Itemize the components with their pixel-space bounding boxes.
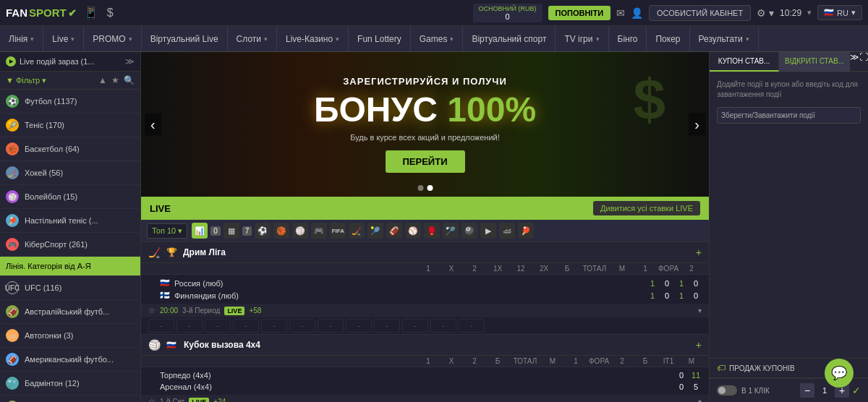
filter-star-icon[interactable]: ★ — [111, 75, 119, 85]
live-icon-more8[interactable]: 🏓 — [518, 223, 534, 239]
nav-live[interactable]: Live ▾ — [43, 26, 84, 51]
live-icon-table[interactable]: ▦ — [224, 223, 239, 239]
language-selector[interactable]: 🇷🇺 RU ▾ — [817, 5, 862, 20]
settings-icon[interactable]: ⚙ ▾ — [757, 7, 774, 19]
nav-live-arrow: ▾ — [71, 35, 75, 43]
odd-1-1x[interactable]: - — [233, 319, 259, 333]
live-icon-more3[interactable]: 🥊 — [424, 223, 440, 239]
sidebar-item-tabletennis[interactable]: 🏓 Настільний теніс (... — [0, 209, 140, 233]
live-icon-more2[interactable]: ⚾ — [405, 223, 421, 239]
top10-dropdown[interactable]: Топ 10 ▾ — [147, 223, 187, 239]
coupon-tab-bets[interactable]: КУПОН СТАВ... — [710, 52, 779, 72]
sidebar-item-category[interactable]: Лінія. Категорія від А-Я — [0, 257, 140, 276]
col-m: М — [612, 265, 632, 273]
mail-icon[interactable]: ✉ — [616, 7, 625, 19]
odd-1-b[interactable]: - — [318, 319, 344, 333]
current-time: 10:29 — [780, 8, 801, 18]
dream-star-icon[interactable]: ☆ — [148, 306, 156, 315]
coupon-fullscreen-icon[interactable]: ⛶ — [859, 52, 868, 71]
sidebar-item-football[interactable]: ⚽ Футбол (1137) — [0, 90, 140, 114]
match-cols-dream: 1 X 2 1X 12 2X Б ТОТАЛ М 1 ФОРА 2 — [141, 263, 709, 275]
odd-1-fora[interactable]: - — [430, 319, 456, 333]
logo: FANSPORT✔ — [6, 7, 77, 19]
nav-virtual-live[interactable]: Віртуальний Live — [142, 26, 228, 51]
live-icon-more4[interactable]: 🏸 — [443, 223, 459, 239]
filter-search-icon[interactable]: 🔍 — [124, 75, 135, 85]
live-icon-more5[interactable]: 🎱 — [461, 223, 477, 239]
stepper-minus-button[interactable]: − — [800, 383, 814, 398]
sidebar-item-aussie-football[interactable]: 🏈 Австралійський футб... — [0, 300, 140, 324]
sidebar-expand-icon[interactable]: ≫ — [125, 56, 135, 67]
nav-slots[interactable]: Слоти ▾ — [228, 26, 277, 51]
odd-1-2[interactable]: - — [205, 319, 231, 333]
right-panel: КУПОН СТАВ... ВІДКРИТІ СТАВ... ≫ ⛶ Додай… — [709, 52, 868, 402]
live-icon-basketball[interactable]: 🏀 — [273, 223, 289, 239]
sidebar-item-esports[interactable]: 🎮 КіберСпорт (261) — [0, 233, 140, 257]
kubок-more-bets[interactable]: +24 — [213, 398, 226, 402]
sidebar-item-american-football[interactable]: 🏈 Американський футбо... — [0, 348, 140, 372]
coupon-expand-icon[interactable]: ≫ — [850, 52, 859, 71]
filter-button[interactable]: ▼ Фільтр ▾ — [6, 76, 46, 85]
dream-league-expand[interactable]: + — [696, 247, 702, 258]
nav-virtual-sport[interactable]: Віртуальний спорт — [463, 26, 556, 51]
nav-games[interactable]: Games ▾ — [411, 26, 464, 51]
odd-1-2x[interactable]: - — [289, 319, 315, 333]
banner-dot-1[interactable] — [417, 185, 423, 191]
stepper-confirm-icon[interactable]: ✓ — [852, 385, 861, 396]
nav-tv[interactable]: TV ігри ▾ — [556, 26, 608, 51]
live-icon-football[interactable]: ⚽ — [255, 223, 271, 239]
odd-1-x[interactable]: - — [176, 319, 203, 333]
odd-1-1[interactable]: - — [148, 319, 174, 333]
kubок-star-icon[interactable]: ☆ — [148, 397, 156, 402]
sidebar-item-basketball[interactable]: 🏀 Баскетбол (64) — [0, 137, 140, 161]
odd-1-fora2[interactable]: - — [459, 319, 485, 333]
live-icon-chart[interactable]: 📊 — [192, 223, 208, 239]
live-icon-fifa[interactable]: FIFA — [330, 223, 346, 239]
odd-1-m[interactable]: - — [374, 319, 400, 333]
nav-bingo[interactable]: Бінго — [609, 26, 647, 51]
dream-more-bets[interactable]: +58 — [249, 307, 261, 315]
nav-linia[interactable]: Лінія ▾ — [0, 26, 43, 51]
coupon-tab-open[interactable]: ВІДКРИТІ СТАВ... — [779, 52, 850, 72]
cabinet-button[interactable]: ОСОБИСТИЙ КАБІНЕТ — [649, 5, 751, 21]
american-football-icon: 🏈 — [6, 353, 19, 366]
live-icon-more6[interactable]: ▶ — [480, 223, 496, 239]
live-icon-more1[interactable]: 🏈 — [386, 223, 402, 239]
odd-1-12[interactable]: - — [261, 319, 287, 333]
sidebar-item-racing[interactable]: 🏎 Автогонки (3) — [0, 324, 140, 348]
filter-up-icon[interactable]: ▲ — [98, 75, 107, 85]
sidebar-item-badminton[interactable]: 🏸 Бадмінтон (12) — [0, 372, 140, 395]
banner-dot-2[interactable] — [427, 185, 433, 191]
nav-promo[interactable]: PROMO ▾ — [84, 26, 141, 51]
coupon-save-button[interactable]: Зберегти/Завантажити події — [717, 107, 861, 124]
live-icon-tennis[interactable]: 🎾 — [367, 223, 383, 239]
promo-banner: ‹ ЗАРЕГИСТРИРУЙСЯ И ПОЛУЧИ БОНУС 100% Бу… — [141, 52, 709, 197]
nav-live-casino[interactable]: Live-Казино ▾ — [277, 26, 349, 51]
kubок-expand-icon[interactable]: ▾ — [698, 398, 702, 402]
dream-expand-icon[interactable]: ▾ — [698, 307, 702, 315]
live-all-bets-button[interactable]: Дивитися усі ставки LIVE — [593, 201, 700, 215]
nav-fun-lottery[interactable]: Fun Lottery — [349, 26, 411, 51]
banner-prev-button[interactable]: ‹ — [145, 114, 161, 136]
banner-next-button[interactable]: › — [689, 114, 705, 136]
nav-results[interactable]: Результати ▾ — [690, 26, 759, 51]
chat-button[interactable]: 💬 — [825, 359, 854, 388]
sidebar-item-baseball[interactable]: ⚾ Бейсбол (18) — [0, 395, 140, 402]
kubок-expand[interactable]: + — [696, 339, 702, 351]
odd-1-total[interactable]: - — [346, 319, 372, 333]
live-icon-volleyball[interactable]: 🏐 — [292, 223, 308, 239]
sidebar-item-hockey[interactable]: 🏒 Хокей (56) — [0, 161, 140, 185]
sidebar-item-ufc[interactable]: UFC UFC (116) — [0, 276, 140, 300]
refill-button[interactable]: ПОПОВНІТИ — [548, 6, 611, 20]
odd-1-fora1[interactable]: - — [402, 319, 428, 333]
live-icon-hockey[interactable]: 🏒 — [349, 223, 365, 239]
banner-cta-button[interactable]: ПЕРЕЙТИ — [386, 150, 465, 173]
sidebar-item-tennis[interactable]: 🎾 Теніс (170) — [0, 114, 140, 137]
live-icon-esports[interactable]: 🎮 — [311, 223, 327, 239]
nav-poker[interactable]: Покер — [647, 26, 689, 51]
dollar-icon[interactable]: $ — [107, 7, 114, 20]
live-icon-more7[interactable]: 🏎 — [499, 223, 515, 239]
mobile-icon[interactable]: 📱 — [84, 6, 98, 20]
one-click-toggle[interactable] — [717, 385, 737, 395]
sidebar-item-volleyball[interactable]: 🏐 Волейбол (15) — [0, 185, 140, 209]
